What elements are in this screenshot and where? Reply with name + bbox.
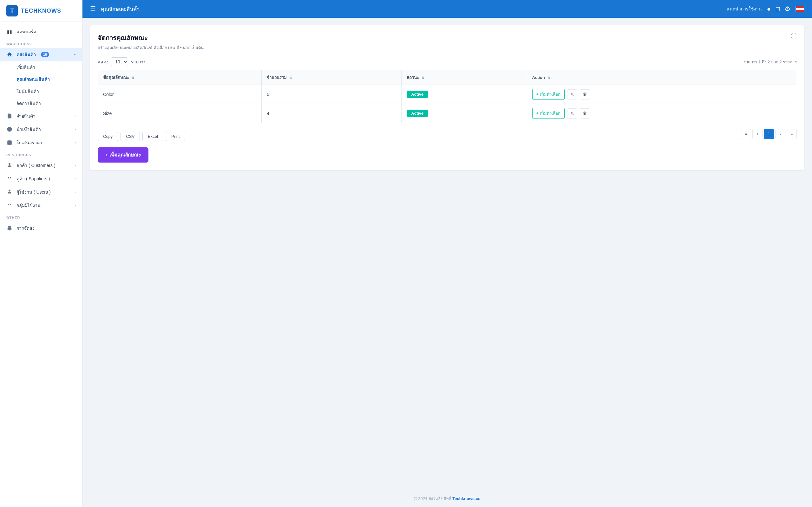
sidebar-item-warehouse[interactable]: คลังสินค้า 10 ▾ (0, 48, 82, 61)
table-row: Color 5 Active + เพิ่มตัวเลือก ✎ 🗑 (98, 85, 797, 104)
svg-point-0 (7, 127, 12, 132)
sidebar-sub-attributes[interactable]: คุณลักษณะสินค้า (0, 73, 82, 85)
import-icon (6, 126, 13, 132)
page-title: จัดการคุณลักษณะ (98, 33, 204, 43)
delete-button-size[interactable]: 🗑 (580, 108, 590, 118)
sort-count-icon[interactable]: ⇅ (289, 76, 292, 79)
delete-button-color[interactable]: 🗑 (580, 89, 590, 100)
footer-brand[interactable]: Techknows.co (452, 496, 480, 501)
sidebar-item-dashboard[interactable]: ▮▮ แดชบอร์ด (0, 25, 82, 38)
sidebar-item-suppliers[interactable]: คู่ค้า ( Suppliers ) › (0, 172, 82, 185)
customers-chevron: › (74, 163, 76, 168)
section-resources: RESOURCES (0, 149, 82, 159)
last-page-btn[interactable]: » (786, 129, 797, 139)
per-page-select[interactable]: 10 25 50 (111, 57, 128, 66)
import-chevron: › (74, 127, 76, 131)
help-label[interactable]: แนะนำการใช้งาน (727, 5, 762, 12)
pricelist-chevron: › (74, 140, 76, 145)
logo-text: TECHKNOWS (21, 8, 61, 14)
show-text: แสดง (98, 58, 108, 65)
next-page-btn[interactable]: › (775, 129, 785, 139)
main-area: ☰ คุณลักษณะสินค้า แนะนำการใช้งาน ● □ ⚙ จ… (83, 0, 812, 507)
action-cell-size: + เพิ่มตัวเลือก ✎ 🗑 (532, 108, 792, 119)
content-area: จัดการคุณลักษณะ สร้างคุณลักษณะของผลิตภัณ… (83, 18, 812, 490)
section-warehouse: WAREHOUSE (0, 38, 82, 48)
suppliers-chevron: › (74, 176, 76, 181)
edit-button-color[interactable]: ✎ (567, 89, 577, 100)
sidebar-item-users[interactable]: ผู้ใช้งาน ( Users ) › (0, 185, 82, 199)
logo: T TECHKNOWS (0, 0, 82, 22)
groups-chevron: › (74, 203, 76, 208)
menu-icon[interactable]: ☰ (90, 5, 96, 13)
add-option-button-color[interactable]: + เพิ่มตัวเลือก (532, 89, 565, 100)
csv-button[interactable]: CSV (120, 132, 140, 141)
notification-icon[interactable]: □ (776, 5, 780, 13)
topbar-actions: แนะนำการใช้งาน ● □ ⚙ (727, 5, 804, 13)
edit-button-size[interactable]: ✎ (567, 108, 577, 118)
sidebar-item-settings[interactable]: การจัดส่ง (0, 222, 82, 235)
per-page-text: รายการ (131, 58, 146, 65)
sell-chevron: › (74, 114, 76, 118)
users-icon (6, 189, 13, 195)
col-action-header: Action ⇅ (527, 70, 797, 85)
excel-button[interactable]: Excel (142, 132, 163, 141)
footer: © 2024 สงวนลิขสิทธิ์ Techknows.co (83, 490, 812, 507)
sidebar-item-import[interactable]: นำเข้าสินค้า › (0, 123, 82, 136)
status-badge: Active (407, 91, 428, 98)
sidebar-item-sell[interactable]: จ่ายสินค้า › (0, 109, 82, 123)
sidebar-nav: ▮▮ แดชบอร์ด WAREHOUSE คลังสินค้า 10 ▾ เพ… (0, 22, 82, 507)
card-header: จัดการคุณลักษณะ สร้างคุณลักษณะของผลิตภัณ… (98, 33, 797, 51)
logo-icon: T (6, 5, 18, 16)
sidebar-sub-manage[interactable]: จัดการสินค้า (0, 97, 82, 109)
add-attribute-button[interactable]: + เพิ่มคุณลักษณะ (98, 147, 148, 163)
warehouse-chevron: ▾ (74, 52, 76, 57)
table-bottom: Copy CSV Excel Print « ‹ 1 › » (98, 127, 797, 141)
col-status-header: สถานะ ⇅ (402, 70, 527, 85)
sidebar: T TECHKNOWS ▮▮ แดชบอร์ด WAREHOUSE คลังสิ… (0, 0, 83, 507)
action-cell-color: + เพิ่มตัวเลือก ✎ 🗑 (532, 89, 792, 100)
sort-status-icon[interactable]: ⇅ (421, 76, 424, 79)
sort-action-icon[interactable]: ⇅ (548, 76, 550, 79)
card-title-area: จัดการคุณลักษณะ สร้างคุณลักษณะของผลิตภัณ… (98, 33, 204, 51)
section-other: OTHER (0, 212, 82, 222)
settings-icon (6, 225, 13, 231)
row-name-color: Color (98, 85, 262, 104)
sidebar-item-customers[interactable]: ลูกค้า ( Customers ) › (0, 159, 82, 172)
first-page-btn[interactable]: « (741, 129, 751, 139)
attributes-table: ชื่อคุณลักษณะ ⇅ จำนวนรวม ⇅ สถานะ ⇅ Act (98, 70, 797, 123)
row-count-color: 5 (262, 85, 402, 104)
row-count-size: 4 (262, 104, 402, 123)
users-chevron: › (74, 190, 76, 194)
col-name-header: ชื่อคุณลักษณะ ⇅ (98, 70, 262, 85)
row-status-size: Active (402, 104, 527, 123)
table-controls: แสดง 10 25 50 รายการ รายการ 1 ถึง 2 จาก … (98, 57, 797, 66)
settings-topbar-icon[interactable]: ⚙ (785, 5, 791, 13)
sort-name-icon[interactable]: ⇅ (132, 76, 134, 79)
groups-icon (6, 202, 13, 209)
sidebar-item-groups[interactable]: กลุ่มผู้ใช้งาน › (0, 199, 82, 212)
suppliers-icon (6, 176, 13, 182)
row-action-color: + เพิ่มตัวเลือก ✎ 🗑 (527, 85, 797, 104)
language-flag[interactable] (796, 6, 804, 12)
prev-page-btn[interactable]: ‹ (752, 129, 763, 139)
topbar-title: คุณลักษณะสินค้า (101, 5, 722, 13)
copy-button[interactable]: Copy (98, 132, 118, 141)
pagination: « ‹ 1 › » (741, 129, 797, 139)
sidebar-item-pricelist[interactable]: ใบเสนอราคา › (0, 136, 82, 149)
topbar: ☰ คุณลักษณะสินค้า แนะนำการใช้งาน ● □ ⚙ (83, 0, 812, 18)
expand-icon[interactable]: ⛶ (791, 33, 797, 40)
row-name-size: Size (98, 104, 262, 123)
add-option-button-size[interactable]: + เพิ่มตัวเลือก (532, 108, 565, 119)
row-action-size: + เพิ่มตัวเลือก ✎ 🗑 (527, 104, 797, 123)
export-bar: Copy CSV Excel Print (98, 132, 185, 141)
row-status-color: Active (402, 85, 527, 104)
sell-icon (6, 113, 13, 119)
print-button[interactable]: Print (166, 132, 185, 141)
account-icon[interactable]: ● (767, 5, 771, 13)
table-row: Size 4 Active + เพิ่มตัวเลือก ✎ 🗑 (98, 104, 797, 123)
show-label-area: แสดง 10 25 50 รายการ (98, 57, 146, 66)
current-page-btn[interactable]: 1 (764, 129, 774, 139)
footer-copyright: © 2024 สงวนลิขสิทธิ์ (414, 496, 451, 501)
sidebar-sub-add-product[interactable]: เพิ่มสินค้า (0, 61, 82, 73)
sidebar-sub-inventory[interactable]: ใบนับสินค้า (0, 85, 82, 97)
